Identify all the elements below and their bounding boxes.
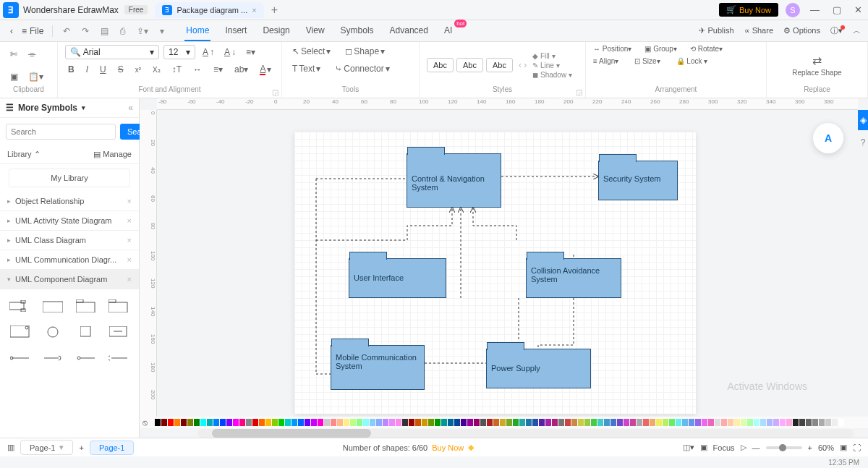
close-button[interactable]: ✕ bbox=[851, 4, 865, 15]
color-swatch[interactable] bbox=[233, 419, 239, 426]
color-swatch[interactable] bbox=[344, 419, 349, 426]
align-menu[interactable]: ≡▾ bbox=[243, 46, 258, 59]
subscript-button[interactable]: X₂ bbox=[150, 64, 163, 75]
highlight-button[interactable]: ab▾ bbox=[231, 63, 251, 76]
category-item[interactable]: ▸UML Activity State Diagram× bbox=[0, 211, 139, 231]
position-button[interactable]: ↔ Position▾ bbox=[593, 45, 631, 53]
color-swatch[interactable] bbox=[637, 419, 642, 426]
user-avatar[interactable]: S bbox=[786, 3, 800, 17]
color-swatch[interactable] bbox=[597, 419, 603, 426]
color-swatch[interactable] bbox=[806, 419, 812, 426]
shape-thumb[interactable] bbox=[6, 347, 35, 369]
styles-dialog-button[interactable]: ◲ bbox=[576, 88, 582, 96]
menu-symbols[interactable]: Symbols bbox=[339, 21, 375, 41]
options-button[interactable]: ⚙ Options bbox=[783, 26, 820, 35]
share-button[interactable]: ∝ Share bbox=[744, 26, 773, 35]
color-swatch[interactable] bbox=[441, 419, 447, 426]
color-swatch[interactable] bbox=[487, 419, 493, 426]
font-color-button[interactable]: A▾ bbox=[257, 62, 274, 77]
color-swatch[interactable] bbox=[767, 419, 773, 426]
color-swatch[interactable] bbox=[480, 419, 486, 426]
focus-button[interactable]: Focus bbox=[713, 443, 735, 452]
color-swatch[interactable] bbox=[187, 419, 193, 426]
char-spacing-button[interactable]: ↔ bbox=[190, 63, 205, 76]
style-preset[interactable]: Abc bbox=[427, 58, 454, 72]
superscript-button[interactable]: x² bbox=[132, 64, 144, 75]
color-swatch[interactable] bbox=[383, 419, 388, 426]
line-button[interactable]: ✎ Line ▾ bbox=[532, 61, 572, 69]
print-button[interactable]: ⎙ bbox=[116, 25, 129, 38]
category-item[interactable]: ▾UML Component Diagram× bbox=[0, 270, 139, 289]
color-swatch[interactable] bbox=[760, 419, 766, 426]
page-tab-active[interactable]: Page-1 bbox=[90, 441, 134, 455]
fullscreen-button[interactable]: ⛶ bbox=[853, 443, 861, 452]
color-swatch[interactable] bbox=[669, 419, 675, 426]
color-swatch[interactable] bbox=[415, 419, 421, 426]
lock-button[interactable]: 🔒 Lock ▾ bbox=[676, 57, 708, 65]
color-swatch[interactable] bbox=[226, 419, 232, 426]
color-swatch[interactable] bbox=[832, 419, 838, 426]
color-swatch[interactable] bbox=[708, 419, 714, 426]
color-swatch[interactable] bbox=[448, 419, 454, 426]
color-swatch[interactable] bbox=[409, 419, 414, 426]
color-swatch[interactable] bbox=[155, 419, 161, 426]
shape-thumb[interactable] bbox=[105, 347, 134, 369]
color-swatch[interactable] bbox=[454, 419, 460, 426]
font-name-select[interactable]: 🔍 Arial▾ bbox=[65, 45, 159, 59]
color-swatch[interactable] bbox=[500, 419, 506, 426]
menu-ai[interactable]: AIhot bbox=[443, 21, 454, 41]
color-swatch[interactable] bbox=[682, 419, 688, 426]
color-swatch[interactable] bbox=[610, 419, 616, 426]
presentation-button[interactable]: ▣ bbox=[700, 443, 707, 452]
strike-button[interactable]: S bbox=[115, 63, 127, 76]
upgrade-icon[interactable]: ◆ bbox=[468, 443, 474, 452]
color-swatch[interactable] bbox=[773, 419, 779, 426]
color-swatch[interactable] bbox=[422, 419, 427, 426]
color-swatch[interactable] bbox=[591, 419, 597, 426]
shape-thumb[interactable] bbox=[6, 295, 35, 317]
color-swatch[interactable] bbox=[200, 419, 206, 426]
color-swatch[interactable] bbox=[617, 419, 623, 426]
package-collision[interactable]: Collision Avoidance System bbox=[526, 258, 621, 298]
color-swatch[interactable] bbox=[532, 419, 538, 426]
increase-font-button[interactable]: A↑ bbox=[200, 46, 217, 59]
manage-button[interactable]: ▤ Manage bbox=[93, 150, 132, 159]
menu-design[interactable]: Design bbox=[261, 21, 291, 41]
color-swatch[interactable] bbox=[252, 419, 258, 426]
color-swatch[interactable] bbox=[695, 419, 701, 426]
color-swatch[interactable] bbox=[799, 419, 805, 426]
color-swatch[interactable] bbox=[246, 419, 252, 426]
category-item[interactable]: ▸UML Communication Diagr...× bbox=[0, 250, 139, 270]
color-swatch[interactable] bbox=[292, 419, 297, 426]
zoom-slider[interactable] bbox=[766, 446, 802, 449]
color-swatch[interactable] bbox=[506, 419, 512, 426]
color-swatch[interactable] bbox=[331, 419, 336, 426]
color-swatch[interactable] bbox=[663, 419, 668, 426]
color-swatch[interactable] bbox=[363, 419, 369, 426]
export-button[interactable]: ⇪▾ bbox=[132, 25, 153, 38]
package-security[interactable]: Security System bbox=[598, 161, 678, 200]
replace-shape-button[interactable]: Replace Shape bbox=[792, 69, 841, 77]
shape-thumb[interactable] bbox=[72, 295, 101, 317]
cut-button[interactable]: ✄ bbox=[7, 48, 20, 61]
color-swatch[interactable] bbox=[604, 419, 610, 426]
fill-button[interactable]: ◆ Fill ▾ bbox=[532, 52, 572, 60]
copy-button[interactable]: ▣ bbox=[7, 70, 21, 83]
paste-button[interactable]: 📋▾ bbox=[25, 70, 46, 83]
shape-thumb[interactable] bbox=[105, 321, 134, 343]
group-button[interactable]: ▣ Group▾ bbox=[644, 45, 677, 53]
font-dialog-button[interactable]: ◲ bbox=[272, 88, 278, 96]
page-tab[interactable]: Page-1 ▾ bbox=[20, 440, 73, 455]
color-swatch[interactable] bbox=[584, 419, 590, 426]
color-swatch[interactable] bbox=[819, 419, 825, 426]
color-swatch[interactable] bbox=[754, 419, 760, 426]
color-swatch[interactable] bbox=[539, 419, 545, 426]
shape-thumb[interactable] bbox=[39, 295, 68, 317]
color-swatch[interactable] bbox=[298, 419, 304, 426]
color-swatch[interactable] bbox=[370, 419, 375, 426]
color-swatch[interactable] bbox=[558, 419, 564, 426]
text-tool[interactable]: T Text ▾ bbox=[289, 62, 323, 75]
color-swatch[interactable] bbox=[389, 419, 395, 426]
size-button[interactable]: ⊡ Size▾ bbox=[634, 57, 660, 65]
color-swatch[interactable] bbox=[220, 419, 226, 426]
